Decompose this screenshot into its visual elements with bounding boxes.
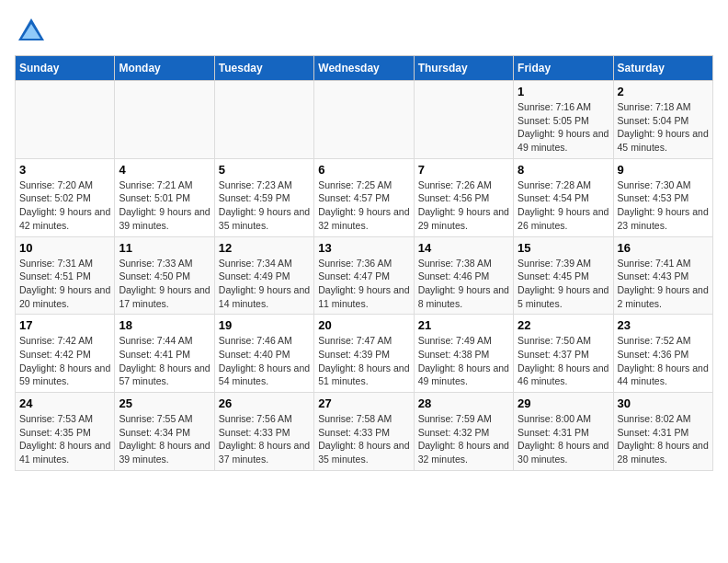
day-number: 11: [119, 241, 210, 255]
calendar-cell: 10Sunrise: 7:31 AM Sunset: 4:51 PM Dayli…: [16, 236, 115, 315]
calendar-cell: 9Sunrise: 7:30 AM Sunset: 4:53 PM Daylig…: [613, 158, 712, 236]
day-info: Sunrise: 7:26 AM Sunset: 4:56 PM Dayligh…: [418, 178, 509, 233]
day-number: 24: [19, 396, 110, 410]
calendar-cell: 20Sunrise: 7:47 AM Sunset: 4:39 PM Dayli…: [314, 315, 414, 393]
day-number: 23: [618, 318, 709, 332]
calendar-cell: [16, 81, 115, 159]
day-number: 8: [518, 163, 609, 177]
day-number: 21: [418, 318, 509, 332]
calendar-cell: [414, 81, 513, 159]
day-info: Sunrise: 7:25 AM Sunset: 4:57 PM Dayligh…: [318, 178, 409, 233]
day-number: 3: [19, 163, 110, 177]
calendar-cell: 23Sunrise: 7:52 AM Sunset: 4:36 PM Dayli…: [613, 315, 712, 393]
calendar-week-2: 3Sunrise: 7:20 AM Sunset: 5:02 PM Daylig…: [16, 158, 713, 236]
day-info: Sunrise: 7:42 AM Sunset: 4:42 PM Dayligh…: [19, 334, 110, 388]
calendar-cell: 4Sunrise: 7:21 AM Sunset: 5:01 PM Daylig…: [115, 158, 214, 236]
day-info: Sunrise: 7:33 AM Sunset: 4:50 PM Dayligh…: [119, 257, 210, 311]
day-number: 18: [119, 318, 210, 332]
day-number: 29: [518, 396, 609, 410]
calendar-cell: 2Sunrise: 7:18 AM Sunset: 5:04 PM Daylig…: [613, 81, 712, 159]
calendar-cell: 8Sunrise: 7:28 AM Sunset: 4:54 PM Daylig…: [514, 158, 613, 236]
day-info: Sunrise: 7:20 AM Sunset: 5:02 PM Dayligh…: [19, 178, 110, 233]
day-info: Sunrise: 7:18 AM Sunset: 5:04 PM Dayligh…: [618, 100, 709, 155]
day-number: 14: [418, 241, 509, 255]
day-number: 16: [618, 241, 709, 255]
day-info: Sunrise: 7:30 AM Sunset: 4:53 PM Dayligh…: [618, 178, 709, 233]
day-info: Sunrise: 7:47 AM Sunset: 4:39 PM Dayligh…: [318, 334, 409, 388]
calendar-cell: 22Sunrise: 7:50 AM Sunset: 4:37 PM Dayli…: [514, 315, 613, 393]
day-number: 4: [119, 163, 210, 177]
calendar-table: SundayMondayTuesdayWednesdayThursdayFrid…: [15, 55, 713, 471]
day-header-friday: Friday: [514, 56, 613, 81]
day-number: 12: [219, 241, 310, 255]
calendar-cell: 29Sunrise: 8:00 AM Sunset: 4:31 PM Dayli…: [514, 393, 613, 471]
day-info: Sunrise: 7:38 AM Sunset: 4:46 PM Dayligh…: [418, 257, 509, 311]
day-info: Sunrise: 7:59 AM Sunset: 4:32 PM Dayligh…: [418, 412, 509, 466]
logo: [15, 15, 51, 48]
day-info: Sunrise: 7:55 AM Sunset: 4:34 PM Dayligh…: [119, 412, 210, 466]
day-number: 5: [219, 163, 310, 177]
day-info: Sunrise: 7:49 AM Sunset: 4:38 PM Dayligh…: [418, 334, 509, 388]
calendar-cell: 17Sunrise: 7:42 AM Sunset: 4:42 PM Dayli…: [16, 315, 115, 393]
day-info: Sunrise: 7:23 AM Sunset: 4:59 PM Dayligh…: [219, 178, 310, 233]
calendar-week-3: 10Sunrise: 7:31 AM Sunset: 4:51 PM Dayli…: [16, 236, 713, 315]
day-info: Sunrise: 7:31 AM Sunset: 4:51 PM Dayligh…: [19, 257, 110, 311]
calendar-cell: 24Sunrise: 7:53 AM Sunset: 4:35 PM Dayli…: [16, 393, 115, 471]
day-info: Sunrise: 7:50 AM Sunset: 4:37 PM Dayligh…: [518, 334, 609, 388]
day-number: 30: [618, 396, 709, 410]
day-number: 28: [418, 396, 509, 410]
day-info: Sunrise: 7:56 AM Sunset: 4:33 PM Dayligh…: [219, 412, 310, 466]
day-info: Sunrise: 7:28 AM Sunset: 4:54 PM Dayligh…: [518, 178, 609, 233]
day-info: Sunrise: 7:58 AM Sunset: 4:33 PM Dayligh…: [318, 412, 409, 466]
calendar-cell: 30Sunrise: 8:02 AM Sunset: 4:31 PM Dayli…: [613, 393, 712, 471]
calendar-cell: 3Sunrise: 7:20 AM Sunset: 5:02 PM Daylig…: [16, 158, 115, 236]
day-number: 7: [418, 163, 509, 177]
day-number: 2: [618, 85, 709, 98]
calendar-cell: 16Sunrise: 7:41 AM Sunset: 4:43 PM Dayli…: [613, 236, 712, 315]
day-number: 22: [518, 318, 609, 332]
day-info: Sunrise: 8:02 AM Sunset: 4:31 PM Dayligh…: [618, 412, 709, 466]
calendar-cell: 6Sunrise: 7:25 AM Sunset: 4:57 PM Daylig…: [314, 158, 414, 236]
calendar-body: 1Sunrise: 7:16 AM Sunset: 5:05 PM Daylig…: [16, 81, 713, 471]
day-number: 20: [318, 318, 409, 332]
day-header-thursday: Thursday: [414, 56, 513, 81]
calendar-cell: 19Sunrise: 7:46 AM Sunset: 4:40 PM Dayli…: [214, 315, 313, 393]
calendar-cell: 26Sunrise: 7:56 AM Sunset: 4:33 PM Dayli…: [214, 393, 313, 471]
day-header-tuesday: Tuesday: [214, 56, 313, 81]
day-info: Sunrise: 7:44 AM Sunset: 4:41 PM Dayligh…: [119, 334, 210, 388]
calendar-cell: 15Sunrise: 7:39 AM Sunset: 4:45 PM Dayli…: [514, 236, 613, 315]
calendar-cell: 14Sunrise: 7:38 AM Sunset: 4:46 PM Dayli…: [414, 236, 513, 315]
calendar-cell: 5Sunrise: 7:23 AM Sunset: 4:59 PM Daylig…: [214, 158, 313, 236]
day-number: 9: [618, 163, 709, 177]
calendar-cell: 1Sunrise: 7:16 AM Sunset: 5:05 PM Daylig…: [514, 81, 613, 159]
calendar-cell: [314, 81, 414, 159]
day-number: 26: [219, 396, 310, 410]
calendar-cell: 12Sunrise: 7:34 AM Sunset: 4:49 PM Dayli…: [214, 236, 313, 315]
calendar-cell: 27Sunrise: 7:58 AM Sunset: 4:33 PM Dayli…: [314, 393, 414, 471]
day-info: Sunrise: 7:52 AM Sunset: 4:36 PM Dayligh…: [618, 334, 709, 388]
day-info: Sunrise: 7:46 AM Sunset: 4:40 PM Dayligh…: [219, 334, 310, 388]
day-info: Sunrise: 7:34 AM Sunset: 4:49 PM Dayligh…: [219, 257, 310, 311]
day-header-wednesday: Wednesday: [314, 56, 414, 81]
day-number: 27: [318, 396, 409, 410]
logo-icon: [15, 15, 48, 48]
day-number: 19: [219, 318, 310, 332]
calendar-week-4: 17Sunrise: 7:42 AM Sunset: 4:42 PM Dayli…: [16, 315, 713, 393]
day-info: Sunrise: 7:21 AM Sunset: 5:01 PM Dayligh…: [119, 178, 210, 233]
day-info: Sunrise: 8:00 AM Sunset: 4:31 PM Dayligh…: [518, 412, 609, 466]
calendar-cell: 11Sunrise: 7:33 AM Sunset: 4:50 PM Dayli…: [115, 236, 214, 315]
day-number: 25: [119, 396, 210, 410]
day-number: 10: [19, 241, 110, 255]
day-number: 17: [19, 318, 110, 332]
day-number: 15: [518, 241, 609, 255]
day-header-monday: Monday: [115, 56, 214, 81]
calendar-cell: 7Sunrise: 7:26 AM Sunset: 4:56 PM Daylig…: [414, 158, 513, 236]
calendar-cell: 13Sunrise: 7:36 AM Sunset: 4:47 PM Dayli…: [314, 236, 414, 315]
day-info: Sunrise: 7:36 AM Sunset: 4:47 PM Dayligh…: [318, 257, 409, 311]
day-info: Sunrise: 7:39 AM Sunset: 4:45 PM Dayligh…: [518, 257, 609, 311]
calendar-cell: 21Sunrise: 7:49 AM Sunset: 4:38 PM Dayli…: [414, 315, 513, 393]
calendar-header-row: SundayMondayTuesdayWednesdayThursdayFrid…: [16, 56, 713, 81]
calendar-cell: 25Sunrise: 7:55 AM Sunset: 4:34 PM Dayli…: [115, 393, 214, 471]
day-header-sunday: Sunday: [16, 56, 115, 81]
page-header: [15, 15, 713, 48]
